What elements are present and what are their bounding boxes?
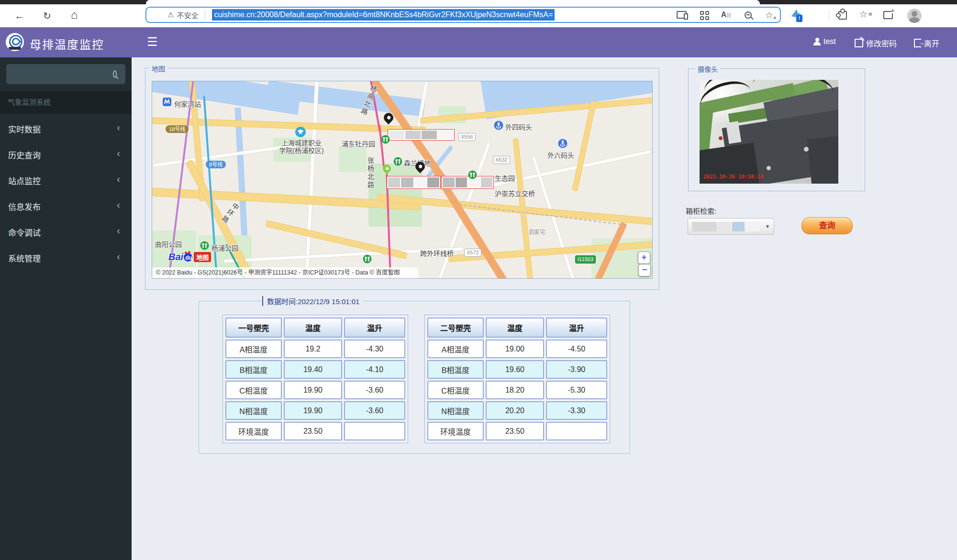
- chevron-left-icon: ‹: [117, 174, 120, 185]
- search-input[interactable]: [6, 70, 113, 78]
- sidebar-search[interactable]: [6, 64, 125, 84]
- map-label-college-line2: 学院(杨浦校区): [269, 145, 334, 155]
- column-header: 一号塑壳: [225, 318, 282, 338]
- map-shield-g1503: G1503: [575, 255, 596, 264]
- sidebar-item-site-monitoring[interactable]: 站点监控 ‹: [0, 166, 132, 192]
- security-label[interactable]: 不安全: [177, 10, 198, 20]
- dropdown-arrow-icon: ▼: [765, 224, 770, 229]
- sidebar-item-realtime-data[interactable]: 实时数据 ‹: [0, 115, 132, 141]
- map-badge-line8: 8号线: [206, 161, 226, 168]
- home-icon[interactable]: ⌂: [71, 10, 78, 20]
- map-label-huchongsu-bridge: 沪崇苏立交桥: [495, 188, 535, 198]
- sidebar: 气象监测系统 实时数据 ‹ 历史查询 ‹ 站点监控 ‹ 信息发布 ‹ 命令调试 …: [0, 57, 132, 560]
- column-header: 二号塑壳: [427, 318, 484, 338]
- park-icon: [393, 157, 402, 168]
- favorites-icon[interactable]: ☆≡: [859, 10, 872, 19]
- map-label-eco-park: 生态园: [495, 173, 515, 183]
- user-icon: [813, 38, 821, 45]
- column-header: 温升: [546, 318, 607, 338]
- map-label-pudong-peony-garden: 浦东牡丹园: [342, 139, 375, 148]
- camera-panel: 摄像头 2022-10-26 10:58:24: [688, 68, 865, 191]
- user-menu[interactable]: test: [813, 37, 836, 46]
- app-title: 母排温度监控: [30, 35, 104, 52]
- app-header: 母排温度监控 ☰ test ✎ 修改密码 → 离开: [0, 27, 957, 57]
- cabinet-select[interactable]: ▼: [688, 218, 774, 235]
- edit-password-icon: ✎: [855, 39, 863, 47]
- baidu-map[interactable]: 何家湾站 18号线 8号线 上海城建职业 学院(杨浦校区) 杨高北路 X556 …: [152, 81, 653, 279]
- table-row: N相温度 19.90 -3.60: [225, 401, 405, 420]
- park-icon: [200, 241, 209, 252]
- collections-icon[interactable]: +: [883, 11, 893, 19]
- sidebar-item-command-debug[interactable]: 命令调试 ‹: [0, 218, 132, 244]
- map-shield-x556: X556: [458, 133, 476, 141]
- camera-panel-legend: 摄像头: [695, 64, 720, 74]
- map-label-yangpu-park: 杨浦公园: [211, 243, 238, 253]
- sidebar-section-label: 气象监测系统: [0, 91, 132, 114]
- map-panel: 地图: [145, 68, 659, 290]
- table-row: 环境温度 23.50: [427, 422, 607, 440]
- main-content: 地图: [132, 57, 957, 560]
- column-header: 温度: [284, 318, 342, 338]
- chevron-left-icon: ‹: [117, 225, 120, 236]
- add-favorite-icon[interactable]: ☆+: [765, 11, 773, 20]
- extension-bird-icon[interactable]: !: [790, 8, 802, 19]
- sidebar-item-system-management[interactable]: 系统管理 ‹: [0, 244, 132, 270]
- redacted-map-label: [388, 129, 455, 141]
- baidu-paw-icon: du: [184, 253, 192, 262]
- chevron-left-icon: ‹: [117, 251, 120, 262]
- park-icon: [381, 135, 390, 146]
- table-row: C相温度 18.20 -5.30: [427, 381, 607, 399]
- extension-badge: !: [796, 15, 802, 22]
- logout-label: 离开: [924, 37, 939, 49]
- chevron-left-icon: ‹: [117, 122, 120, 133]
- table-row: A相温度 19.00 -4.50: [427, 340, 607, 358]
- map-label-sijiazhai: 泗家宅: [528, 228, 545, 236]
- read-aloud-icon[interactable]: A)): [721, 11, 731, 19]
- chevron-left-icon: ‹: [117, 199, 120, 210]
- search-icon[interactable]: [113, 70, 117, 78]
- cabinet-search-label: 箱柜检索:: [686, 206, 716, 216]
- profile-avatar[interactable]: [907, 9, 922, 23]
- redacted-map-label: [441, 176, 494, 189]
- map-label-zhangyang-north-road: 张杨北路: [366, 157, 375, 189]
- browser-toolbar: ← ↻ ⌂ ⚠ 不安全 cuishime.cn:20008/Default.as…: [0, 4, 957, 28]
- column-header: 温度: [486, 318, 544, 338]
- table-cabinet-2: 二号塑壳 温度 温升 A相温度 19.00 -4.50 B相温度 19.60 -…: [424, 315, 610, 443]
- metro-station-icon: [163, 98, 171, 108]
- table-row: 环境温度 23.50: [225, 422, 405, 440]
- extensions-icon[interactable]: [838, 11, 847, 20]
- map-label-hejiawan-station: 何家湾站: [174, 99, 201, 109]
- active-tab[interactable]: [146, 0, 760, 4]
- menu-icon[interactable]: ☰: [147, 35, 157, 49]
- map-badge-line18: 18号线: [166, 125, 189, 133]
- map-shield-x632: X632: [493, 156, 510, 164]
- baidu-logo: Bai du 地图: [168, 252, 211, 263]
- camera-feed: 2022-10-26 10:58:24: [700, 80, 838, 184]
- screen: ← ↻ ⌂ ⚠ 不安全 cuishime.cn:20008/Default.as…: [0, 0, 957, 560]
- sidebar-item-history-query[interactable]: 历史查询 ‹: [0, 141, 132, 166]
- app-logo: [6, 33, 24, 51]
- logout-button[interactable]: → 离开: [914, 37, 939, 49]
- query-button[interactable]: 查询: [801, 217, 853, 234]
- sidebar-item-info-publish[interactable]: 信息发布 ‹: [0, 192, 132, 218]
- refresh-icon[interactable]: ↻: [43, 11, 51, 21]
- url-text[interactable]: cuishime.cn:20008/Default.aspx?moduleId=…: [212, 9, 555, 21]
- map-zoom-in-button[interactable]: +: [638, 252, 650, 264]
- apps-grid-icon[interactable]: [700, 11, 708, 19]
- map-label-kuawaihuan-bridge: 跨外环线桥: [420, 248, 454, 258]
- toolbar-divider: [829, 10, 829, 21]
- back-icon[interactable]: ←: [14, 11, 25, 21]
- anchor-icon: [558, 139, 568, 150]
- column-header: 温升: [344, 318, 405, 338]
- table-row: C相温度 19.90 -3.60: [225, 381, 405, 399]
- not-secure-warning-icon: ⚠: [167, 11, 174, 19]
- address-bar[interactable]: ⚠ 不安全 cuishime.cn:20008/Default.aspx?mod…: [145, 7, 781, 23]
- park-icon: [468, 170, 477, 181]
- map-zoom-out-button[interactable]: −: [638, 264, 651, 276]
- table-row: N相温度 20.20 -3.30: [427, 401, 607, 420]
- change-password-label: 修改密码: [866, 37, 897, 49]
- send-to-device-icon[interactable]: [677, 11, 687, 19]
- change-password-button[interactable]: ✎ 修改密码: [855, 37, 897, 49]
- page-zoom-icon[interactable]: [745, 11, 752, 19]
- data-panel: 数据时间:2022/12/9 15:01:01 一号塑壳 温度 温升 A相温度 …: [199, 301, 630, 454]
